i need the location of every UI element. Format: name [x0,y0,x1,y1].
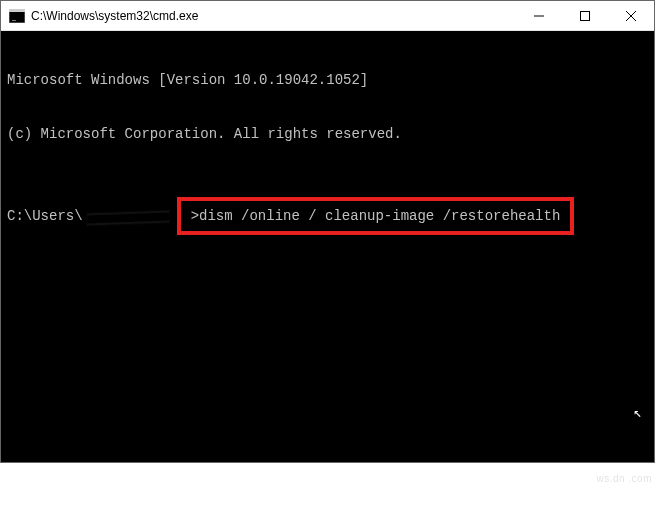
prompt-prefix: C:\Users\ [7,207,83,225]
cmd-icon: _ [9,9,25,23]
watermark: ws.dn .com [596,473,652,484]
terminal-area[interactable]: Microsoft Windows [Version 10.0.19042.10… [1,31,654,462]
copyright-line: (c) Microsoft Corporation. All rights re… [7,125,648,143]
maximize-button[interactable] [562,1,608,31]
cmd-window: _ C:\Windows\system32\cmd.exe Microsoft … [0,0,655,463]
window-title: C:\Windows\system32\cmd.exe [31,9,516,23]
mouse-cursor-icon: ↖ [634,404,642,422]
command-highlight-box: >dism /online / cleanup-image /restorehe… [177,197,575,235]
close-button[interactable] [608,1,654,31]
minimize-button[interactable] [516,1,562,31]
prompt-line: C:\Users\>dism /online / cleanup-image /… [7,197,648,235]
version-line: Microsoft Windows [Version 10.0.19042.10… [7,71,648,89]
window-controls [516,1,654,30]
titlebar: _ C:\Windows\system32\cmd.exe [1,1,654,31]
svg-rect-1 [9,9,25,12]
command-text: >dism /online / cleanup-image /restorehe… [191,208,561,224]
redacted-username [83,209,173,223]
svg-rect-4 [581,12,590,21]
